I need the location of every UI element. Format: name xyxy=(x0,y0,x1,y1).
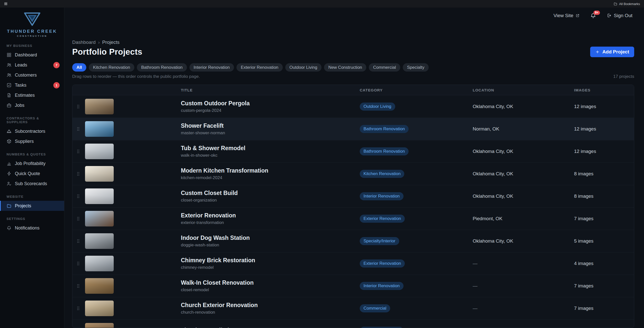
project-image-count: 12 images xyxy=(574,126,634,132)
project-image-count: 7 images xyxy=(574,283,634,289)
notifications-button[interactable]: 9+ xyxy=(590,13,596,19)
project-title: Chimney Brick Restoration xyxy=(181,257,360,264)
filter-chip-new-construction[interactable]: New Construction xyxy=(324,63,366,72)
project-thumbnail xyxy=(85,121,114,137)
apps-grid-icon[interactable] xyxy=(4,2,8,6)
sidebar-item-projects[interactable]: Projects xyxy=(0,201,64,211)
bell-icon xyxy=(7,225,12,231)
page-header: Portfolio Projects Add Project xyxy=(72,47,634,57)
table-row[interactable]: Modern Kitchen Transformationkitchen-rem… xyxy=(72,162,634,185)
sidebar-item-label: Suppliers xyxy=(15,139,34,144)
sidebar-section-numbers-quotes: NUMBERS & QUOTES xyxy=(0,146,64,158)
filter-chip-interior-renovation[interactable]: Interior Renovation xyxy=(189,63,234,72)
project-slug: chimney-remodel xyxy=(181,265,360,270)
filter-chip-all[interactable]: All xyxy=(72,63,86,72)
table-row[interactable]: Chimney Brick Restorationchimney-remodel… xyxy=(72,252,634,275)
browser-bar: All Bookmarks xyxy=(0,0,644,8)
grip-handle-icon[interactable] xyxy=(76,261,81,266)
filter-chip-commercial[interactable]: Commercial xyxy=(369,63,400,72)
project-thumbnail xyxy=(85,211,114,226)
table-row[interactable]: Church Exterior Renovationchurch-renovat… xyxy=(72,297,634,319)
grip-handle-icon[interactable] xyxy=(76,239,81,244)
project-title: Tub & Shower Remodel xyxy=(181,145,360,152)
package-icon xyxy=(7,139,12,144)
project-title: Shower Facelift xyxy=(181,122,360,129)
grip-handle-icon[interactable] xyxy=(76,149,81,154)
project-slug: exterior-transformation xyxy=(181,220,360,225)
table-row[interactable]: Custom Closet Buildcloset-organizationIn… xyxy=(72,185,634,207)
sidebar-item-subcontractors[interactable]: Subcontractors xyxy=(0,126,64,136)
project-title: Modern Kitchen Transformation xyxy=(181,167,360,174)
sidebar-item-quick-quote[interactable]: Quick Quote xyxy=(0,169,64,179)
grip-handle-icon[interactable] xyxy=(76,306,81,311)
category-badge: Bathroom Renovation xyxy=(360,125,409,133)
project-image-count: 12 images xyxy=(574,149,634,154)
sidebar-item-tasks[interactable]: Tasks1 xyxy=(0,80,64,90)
project-image-count: 8 images xyxy=(574,193,634,199)
project-thumbnail xyxy=(85,188,114,204)
bar-chart-icon xyxy=(7,161,12,166)
sidebar-item-suppliers[interactable]: Suppliers xyxy=(0,136,64,146)
table-meta-row: Drag rows to reorder — this order contro… xyxy=(72,74,634,79)
add-project-button[interactable]: Add Project xyxy=(590,47,634,57)
sidebar-item-leads[interactable]: Leads7 xyxy=(0,60,64,70)
grip-handle-icon[interactable] xyxy=(76,216,81,221)
filter-chip-kitchen-renovation[interactable]: Kitchen Renovation xyxy=(89,63,134,72)
view-site-link[interactable]: View Site xyxy=(553,13,580,18)
project-location: Oklahoma City, OK xyxy=(473,104,574,109)
sidebar-item-sub-scorecards[interactable]: Sub Scorecards xyxy=(0,179,64,189)
filter-chip-bathroom-renovation[interactable]: Bathroom Renovation xyxy=(137,63,187,72)
sidebar-item-label: Job Profitability xyxy=(15,161,46,166)
project-thumbnail xyxy=(85,233,114,249)
project-title: Custom Outdoor Pergola xyxy=(181,100,360,107)
sidebar-item-notifications[interactable]: Notifications xyxy=(0,223,64,233)
project-slug: closet-organization xyxy=(181,198,360,203)
sidebar-item-job-profitability[interactable]: Job Profitability xyxy=(0,158,64,169)
reorder-hint: Drag rows to reorder — this order contro… xyxy=(72,74,200,79)
filter-chip-outdoor-living[interactable]: Outdoor Living xyxy=(285,63,322,72)
filter-chip-exterior-renovation[interactable]: Exterior Renovation xyxy=(236,63,283,72)
table-row[interactable]: Exterior Renovationexterior-transformati… xyxy=(72,207,634,230)
sign-out-button[interactable]: Sign Out xyxy=(607,13,632,18)
table-row[interactable]: Custom Outdoor Pergolacustom-pergola-202… xyxy=(72,95,634,118)
brand-name: THUNDER CREEK xyxy=(0,29,64,34)
user-check-icon xyxy=(7,181,12,186)
category-badge: Bathroom Renovation xyxy=(360,147,409,155)
sidebar-item-customers[interactable]: Customers xyxy=(0,70,64,80)
table-row[interactable]: Walk-In Closet Renovationcloset-remodelI… xyxy=(72,275,634,297)
table-row[interactable]: Flooring InstallationInterior Renovation… xyxy=(72,319,634,328)
sidebar-item-dashboard[interactable]: Dashboard xyxy=(0,50,64,60)
sidebar: THUNDER CREEK CONSTRUCTION MY BUSINESSDa… xyxy=(0,8,64,328)
sidebar-item-estimates[interactable]: Estimates xyxy=(0,90,64,100)
all-bookmarks-label: All Bookmarks xyxy=(619,2,640,6)
sidebar-item-jobs[interactable]: Jobs xyxy=(0,100,64,110)
grip-handle-icon[interactable] xyxy=(76,171,81,176)
grip-handle-icon[interactable] xyxy=(76,126,81,132)
project-thumbnail xyxy=(85,166,114,182)
table-row[interactable]: Indoor Dog Wash Stationdoggie-wash-stati… xyxy=(72,230,634,252)
add-project-label: Add Project xyxy=(602,49,629,55)
briefcase-icon xyxy=(7,103,12,108)
table-header: TITLECATEGORYLOCATIONIMAGES xyxy=(72,85,634,95)
plus-icon xyxy=(595,50,600,54)
filter-chip-specialty[interactable]: Specialty xyxy=(403,63,429,72)
all-bookmarks-button[interactable]: All Bookmarks xyxy=(614,2,640,6)
sidebar-item-label: Projects xyxy=(15,203,31,209)
project-slug: walk-in-shower-okc xyxy=(181,153,360,158)
project-thumbnail xyxy=(85,278,114,294)
grip-handle-icon[interactable] xyxy=(76,104,81,109)
file-icon xyxy=(7,93,12,98)
grip-handle-icon[interactable] xyxy=(76,194,81,199)
project-title: Flooring Installation xyxy=(181,327,360,328)
table-row[interactable]: Shower Faceliftmaster-shower-normanBathr… xyxy=(72,118,634,140)
brand-logo[interactable]: THUNDER CREEK CONSTRUCTION xyxy=(0,8,64,38)
project-slug: closet-remodel xyxy=(181,287,360,292)
breadcrumb: Dashboard›Projects xyxy=(72,40,634,45)
sidebar-item-label: Dashboard xyxy=(15,52,37,58)
breadcrumb-item-dashboard[interactable]: Dashboard xyxy=(72,40,96,45)
category-badge: Exterior Renovation xyxy=(360,215,405,223)
count-badge: 1 xyxy=(53,82,60,88)
grip-handle-icon[interactable] xyxy=(76,283,81,288)
column-header-location: LOCATION xyxy=(473,88,574,92)
table-row[interactable]: Tub & Shower Remodelwalk-in-shower-okcBa… xyxy=(72,140,634,162)
